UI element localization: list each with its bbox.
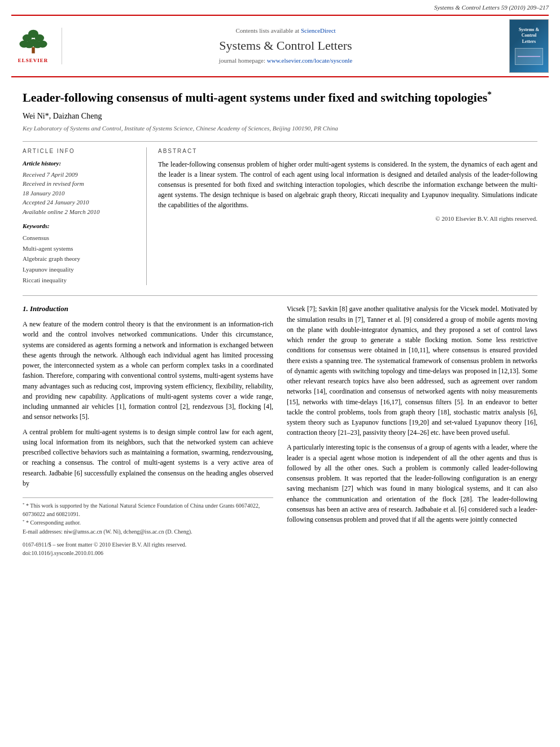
homepage-label: journal homepage: [219, 57, 265, 64]
journal-ref-text: Systems & Control Letters 59 (2010) 209–… [434, 4, 549, 11]
title-asterisk: * [487, 89, 492, 99]
footer-copyright: 0167-6911/$ – see front matter © 2010 El… [23, 540, 273, 557]
elsevier-logo-area: ELSEVIER [11, 28, 62, 64]
article-history-dates: Received 7 April 2009 Received in revise… [23, 170, 139, 217]
journal-reference: Systems & Control Letters 59 (2010) 209–… [0, 0, 560, 15]
body-left-para2: A central problem for multi-agent system… [23, 427, 273, 488]
svg-rect-7 [32, 47, 34, 53]
article-info-heading: ARTICLE INFO [23, 147, 139, 156]
article-info-column: ARTICLE INFO Article history: Received 7… [23, 147, 147, 285]
journal-center-header: Contents lists available at ScienceDirec… [62, 27, 509, 66]
body-right-column: Vicsek [7]; Savkin [8] gave another qual… [287, 304, 537, 557]
sciencedirect-link[interactable]: ScienceDirect [301, 27, 336, 34]
journal-header: ELSEVIER Contents lists available at Sci… [11, 15, 549, 77]
journal-title-header: Systems & Control Letters [68, 37, 504, 55]
body-left-column: 1. Introduction A new feature of the mod… [23, 304, 273, 557]
copyright-text: © 2010 Elsevier B.V. All rights reserved… [158, 215, 537, 224]
sciencedirect-line: Contents lists available at ScienceDirec… [68, 27, 504, 36]
body-right-para2: A particularly interesting topic is the … [287, 442, 537, 525]
affiliation: Key Laboratory of Systems and Control, I… [23, 124, 537, 133]
article-title: Leader-following consensus of multi-agen… [23, 89, 537, 106]
section1-title: 1. Introduction [23, 304, 273, 314]
main-content: Leader-following consensus of multi-agen… [0, 77, 560, 569]
footnote2: * * Corresponding author. [23, 518, 273, 527]
footnote1: * * This work is supported by the Nation… [23, 501, 273, 518]
abstract-text: The leader-following consensus problem o… [158, 159, 537, 210]
keywords-list: Consensus Multi-agent systems Algebraic … [23, 233, 139, 285]
elsevier-tree-icon [16, 28, 50, 56]
article-history-label: Article history: [23, 159, 139, 168]
authors-line: Wei Ni*, Daizhan Cheng [23, 111, 537, 122]
page: Systems & Control Letters 59 (2010) 209–… [0, 0, 560, 747]
sciencedirect-label: Contents lists available at [235, 27, 299, 34]
footnote-area: * * This work is supported by the Nation… [23, 497, 273, 557]
body-right-para1: Vicsek [7]; Savkin [8] gave another qual… [287, 304, 537, 438]
elsevier-brand-text: ELSEVIER [18, 57, 49, 64]
footnote3: E-mail addresses: niw@amss.ac.cn (W. Ni)… [23, 527, 273, 536]
journal-cover-image: Systems &ControlLetters [509, 19, 549, 73]
authors-text: Wei Ni*, Daizhan Cheng [23, 112, 102, 120]
body-section: 1. Introduction A new feature of the mod… [23, 295, 537, 557]
homepage-url[interactable]: www.elsevier.com/locate/sysconle [267, 57, 352, 64]
svg-point-8 [29, 39, 37, 45]
body-left-para1: A new feature of the modern control theo… [23, 319, 273, 422]
journal-homepage-line: journal homepage: www.elsevier.com/locat… [68, 56, 504, 65]
keywords-label: Keywords: [23, 222, 139, 231]
abstract-column: ABSTRACT The leader-following consensus … [158, 147, 537, 285]
abstract-heading: ABSTRACT [158, 147, 537, 156]
info-abstract-section: ARTICLE INFO Article history: Received 7… [23, 141, 537, 285]
